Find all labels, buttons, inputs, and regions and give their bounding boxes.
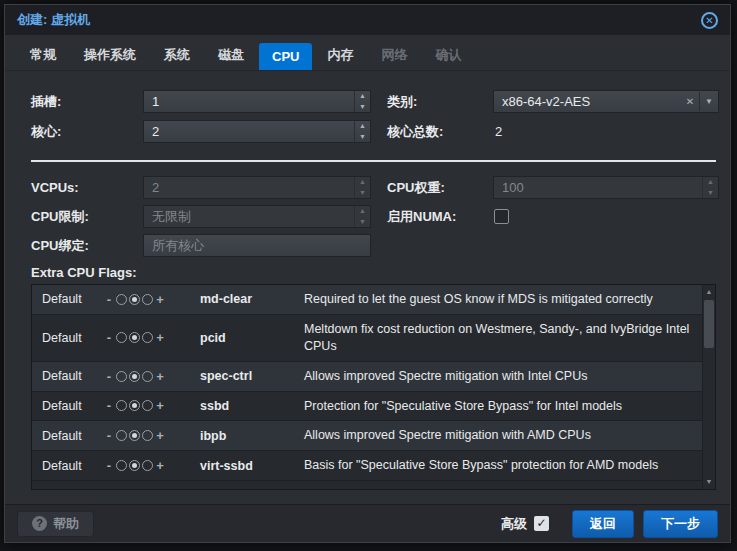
total-cores-label: 核心总数: xyxy=(387,120,443,143)
advanced-label: 高级 xyxy=(501,515,527,533)
tab-general[interactable]: 常规 xyxy=(17,40,69,70)
flag-name: ibpb xyxy=(200,429,304,443)
cpu-flags-rows: Default - + md-clear Required to let the… xyxy=(32,285,702,481)
toggle-minus-icon[interactable]: - xyxy=(104,458,114,473)
toggle-plus-icon[interactable]: + xyxy=(155,458,165,473)
toggle-default-radio[interactable] xyxy=(129,371,140,382)
toggle-on-radio[interactable] xyxy=(142,294,153,305)
toggle-on-radio[interactable] xyxy=(142,460,153,471)
toggle-off-radio[interactable] xyxy=(116,400,127,411)
tab-system[interactable]: 系统 xyxy=(151,40,203,70)
vcpus-label: VCPUs: xyxy=(31,176,79,199)
tab-cpu[interactable]: CPU xyxy=(259,43,312,70)
numa-checkbox[interactable] xyxy=(494,209,509,224)
tab-bar: 常规 操作系统 系统 磁盘 CPU 内存 网络 确认 xyxy=(5,35,730,71)
toggle-plus-icon[interactable]: + xyxy=(155,428,165,443)
toggle-on-radio[interactable] xyxy=(142,400,153,411)
spinner-down-icon[interactable]: ▼ xyxy=(355,132,370,143)
cpu-limit-label: CPU限制: xyxy=(31,205,89,228)
cpu-affinity-input[interactable]: 所有核心 xyxy=(143,234,371,257)
help-button[interactable]: ? 帮助 xyxy=(17,511,94,537)
next-button[interactable]: 下一步 xyxy=(643,510,718,538)
tab-os[interactable]: 操作系统 xyxy=(71,40,149,70)
dialog-titlebar: 创建: 虚拟机 ✕ xyxy=(5,5,730,35)
toggle-default-radio[interactable] xyxy=(129,294,140,305)
toggle-minus-icon[interactable]: - xyxy=(104,369,114,384)
toggle-on-radio[interactable] xyxy=(142,430,153,441)
flag-toggle: - + xyxy=(104,369,200,384)
close-icon[interactable]: ✕ xyxy=(701,12,718,29)
toggle-plus-icon[interactable]: + xyxy=(155,369,165,384)
toggle-default-radio[interactable] xyxy=(129,332,140,343)
flag-state: Default xyxy=(32,399,104,413)
table-row: Default - + md-clear Required to let the… xyxy=(32,285,702,315)
flag-state: Default xyxy=(32,369,104,383)
cores-label: 核心: xyxy=(31,120,61,143)
toggle-plus-icon[interactable]: + xyxy=(155,292,165,307)
toggle-on-radio[interactable] xyxy=(142,332,153,343)
table-row: Default - + virt-ssbd Basis for "Specula… xyxy=(32,451,702,481)
flag-description: Protection for "Speculative Store Bypass… xyxy=(304,398,702,415)
back-button[interactable]: 返回 xyxy=(572,510,634,538)
flag-state: Default xyxy=(32,292,104,306)
scrollbar-thumb[interactable] xyxy=(704,300,714,348)
scroll-up-icon[interactable]: ▲ xyxy=(703,285,715,299)
spinner-down-icon: ▼ xyxy=(355,217,370,228)
toggle-minus-icon[interactable]: - xyxy=(104,292,114,307)
section-divider xyxy=(31,160,716,162)
sockets-label: 插槽: xyxy=(31,90,61,113)
spinner-up-icon[interactable]: ▲ xyxy=(355,91,370,102)
spinner-up-icon: ▲ xyxy=(355,206,370,217)
table-row: Default - + spec-ctrl Allows improved Sp… xyxy=(32,362,702,392)
cores-spinner[interactable]: 2 ▲ ▼ xyxy=(143,120,371,143)
clear-icon[interactable]: ✕ xyxy=(681,96,699,107)
flag-name: spec-ctrl xyxy=(200,369,304,383)
cpu-weight-spinner: 100 ▲ ▼ xyxy=(493,176,719,199)
flag-toggle: - + xyxy=(104,330,200,345)
caret-down-icon[interactable]: ▼ xyxy=(699,92,718,111)
toggle-off-radio[interactable] xyxy=(116,460,127,471)
spinner-up-icon[interactable]: ▲ xyxy=(355,121,370,132)
spinner-up-icon: ▲ xyxy=(703,177,718,188)
flag-toggle: - + xyxy=(104,428,200,443)
toggle-default-radio[interactable] xyxy=(129,430,140,441)
sockets-spinner[interactable]: 1 ▲ ▼ xyxy=(143,90,371,113)
cpu-affinity-label: CPU绑定: xyxy=(31,234,89,257)
flag-name: virt-ssbd xyxy=(200,459,304,473)
spinner-down-icon[interactable]: ▼ xyxy=(355,102,370,113)
toggle-off-radio[interactable] xyxy=(116,371,127,382)
toggle-default-radio[interactable] xyxy=(129,460,140,471)
toggle-minus-icon[interactable]: - xyxy=(104,330,114,345)
toggle-minus-icon[interactable]: - xyxy=(104,398,114,413)
flag-toggle: - + xyxy=(104,292,200,307)
toggle-off-radio[interactable] xyxy=(116,332,127,343)
cpu-type-label: 类别: xyxy=(387,90,417,113)
advanced-checkbox[interactable]: ✓ xyxy=(534,516,549,531)
toggle-plus-icon[interactable]: + xyxy=(155,398,165,413)
flag-description: Allows improved Spectre mitigation with … xyxy=(304,368,702,385)
tab-network: 网络 xyxy=(368,40,420,70)
tab-disks[interactable]: 磁盘 xyxy=(205,40,257,70)
table-row: Default - + ibpb Allows improved Spectre… xyxy=(32,421,702,451)
cpu-panel: 插槽: 1 ▲ ▼ 类别: x86-64-v2-AES ✕ ▼ 核心: 2 ▲ … xyxy=(5,72,730,504)
toggle-on-radio[interactable] xyxy=(142,371,153,382)
cpu-type-combo[interactable]: x86-64-v2-AES ✕ ▼ xyxy=(493,90,719,113)
spinner-up-icon: ▲ xyxy=(355,177,370,188)
toggle-default-radio[interactable] xyxy=(129,400,140,411)
flag-description: Meltdown fix cost reduction on Westmere,… xyxy=(304,321,702,355)
toggle-off-radio[interactable] xyxy=(116,294,127,305)
vertical-scrollbar[interactable]: ▲ ▼ xyxy=(702,285,715,489)
tab-memory[interactable]: 内存 xyxy=(314,40,366,70)
help-icon: ? xyxy=(32,516,47,531)
numa-label: 启用NUMA: xyxy=(387,205,456,228)
toggle-off-radio[interactable] xyxy=(116,430,127,441)
vcpus-spinner: 2 ▲ ▼ xyxy=(143,176,371,199)
spinner-down-icon: ▼ xyxy=(355,188,370,199)
tab-confirm: 确认 xyxy=(422,40,474,70)
cpu-flags-table: Default - + md-clear Required to let the… xyxy=(31,284,716,490)
toggle-plus-icon[interactable]: + xyxy=(155,330,165,345)
flag-name: pcid xyxy=(200,331,304,345)
flag-description: Required to let the guest OS know if MDS… xyxy=(304,291,702,308)
toggle-minus-icon[interactable]: - xyxy=(104,428,114,443)
scroll-down-icon[interactable]: ▼ xyxy=(703,475,715,489)
